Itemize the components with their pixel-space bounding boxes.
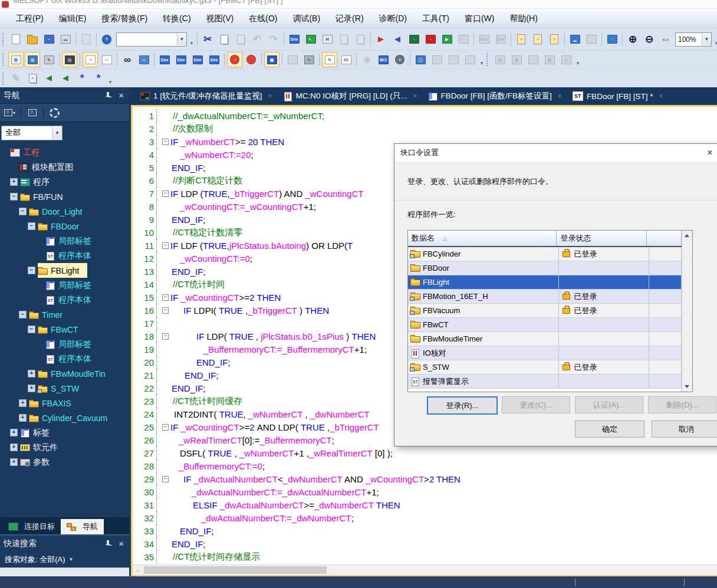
save-project-icon[interactable]: ▪	[41, 32, 57, 47]
code-line-29[interactable]: 29−IF _dwActualNumberCT<_dwNumberCT AND …	[133, 472, 717, 485]
code-line-27[interactable]: 27DSFL( TRUE , _wNumberCT+1 ,_wRealTimer…	[133, 446, 717, 459]
expand-icon[interactable]: +	[28, 370, 35, 377]
dialog-close-icon[interactable]: ×	[701, 144, 717, 162]
table-row-fbvacuum[interactable]: FBVacuum已登录	[408, 304, 682, 318]
pin-icon[interactable]	[105, 540, 111, 547]
cross-reference-icon[interactable]: ∞	[120, 52, 135, 67]
tree-item-fblight-program-body[interactable]: ST程序本体	[0, 293, 129, 307]
fold-collapse-icon[interactable]: −	[162, 476, 169, 482]
open-project-icon[interactable]	[25, 32, 40, 47]
expand-icon[interactable]: +	[19, 399, 27, 407]
cancel-button[interactable]: 取消	[652, 421, 717, 438]
doc-tab-io-verify[interactable]: MC:N0 IO核对 [PRG] [LD] (只...×	[278, 87, 423, 105]
quick-search-scope[interactable]: 搜索对象: 全部(A) ▼	[0, 551, 129, 567]
program-check-icon[interactable]: ▤	[264, 52, 279, 67]
code-line-28[interactable]: 28_BuffermemoryCT:=0;	[133, 459, 717, 472]
read-from-plc-icon[interactable]	[390, 32, 405, 47]
tree-item-fbdoor[interactable]: −FBDoor	[0, 219, 129, 234]
tree-item-parameter[interactable]: +参数	[0, 455, 129, 469]
find-window-icon[interactable]: ∞	[136, 52, 152, 67]
chevron-down-icon[interactable]: ▼	[69, 557, 74, 562]
quick-search-input[interactable]	[0, 567, 129, 577]
table-row-fbmotion-16et-h[interactable]: FBMotion_16ET_H已登录	[408, 290, 682, 304]
fold-collapse-icon[interactable]: −	[162, 424, 169, 431]
toolbar-overflow-button[interactable]: ▾	[478, 52, 485, 67]
device-comment-icon[interactable]: Dev	[287, 32, 302, 47]
tree-item-label[interactable]: +标签	[0, 425, 129, 440]
device-inspect-icon[interactable]: +	[392, 52, 407, 67]
toolbar-overflow-button[interactable]: ▾	[107, 71, 114, 86]
scrollbar-thumb[interactable]	[144, 566, 327, 574]
scroll-down-icon[interactable]	[685, 385, 689, 388]
tree-item-cylinder-cavuum[interactable]: +Cylinder_Cavuum	[0, 410, 129, 425]
code-line-34[interactable]: 34END_IF;	[133, 537, 717, 550]
io-verify-icon[interactable]: IO	[338, 52, 354, 67]
comment-display-icon[interactable]: ≡	[514, 32, 529, 47]
code-line-30[interactable]: 30_dwActualNumberCT:=_dwActualNumberCT+1…	[133, 485, 717, 498]
tab-close-icon[interactable]: ×	[268, 92, 272, 100]
scroll-left-icon[interactable]: ‹	[133, 567, 143, 574]
tree-item-timer[interactable]: −Timer	[0, 307, 129, 322]
code-line-32[interactable]: 32_dwActualNumberCT:=_dwNumberCT;	[133, 511, 717, 524]
table-row-fbcylinder[interactable]: FBCylinder已登录	[408, 247, 682, 261]
monitor-window-icon[interactable]: ▣	[25, 52, 40, 67]
tree-item-device[interactable]: +软元件	[0, 440, 129, 455]
fit-zoom-icon[interactable]: ⇔	[658, 32, 673, 47]
code-line-1[interactable]: 1//_dwActualNumberCT:=_wNumberCT;	[133, 109, 717, 122]
navigation-window-icon[interactable]: ⊟	[8, 52, 24, 67]
monitor-verify-icon[interactable]: ◦	[406, 32, 422, 47]
help-icon[interactable]: ?	[99, 32, 114, 47]
tab-close-icon[interactable]: ×	[558, 92, 562, 100]
device-list-icon[interactable]: Dev	[173, 52, 189, 67]
chevron-down-icon[interactable]: ▼	[52, 127, 62, 139]
collapse-icon[interactable]: −	[28, 267, 35, 274]
menu-item-4[interactable]: 转换(C)	[155, 9, 198, 27]
toolbar-grip[interactable]	[2, 72, 5, 85]
table-row-s-stw[interactable]: S_STW已登录	[408, 360, 682, 375]
tree-item-fbwct-program-body[interactable]: ST程序本体	[0, 352, 129, 366]
tree-filter-select[interactable]: 全部 ▼	[1, 126, 63, 140]
cut-icon[interactable]: ✂	[200, 32, 215, 47]
tree-item-program[interactable]: +程序	[0, 175, 129, 189]
ok-button[interactable]: 确定	[575, 421, 644, 438]
horizontal-scrollbar[interactable]: ‹	[133, 564, 717, 575]
monitor-start-icon[interactable]: ▶	[439, 32, 455, 47]
toolbar-overflow-button[interactable]: ▾	[574, 52, 581, 67]
expand-icon[interactable]: +	[10, 444, 18, 451]
expand-icon[interactable]: +	[28, 385, 35, 392]
table-row-fbwct[interactable]: FBwCT	[408, 318, 682, 332]
fold-collapse-icon[interactable]: −	[162, 139, 169, 145]
column-header-1[interactable]: 数据名△	[408, 231, 557, 246]
tree-item-fblight[interactable]: −FBLight	[0, 263, 129, 278]
table-row-io-verify[interactable]: IO核对	[408, 346, 682, 360]
expand-icon[interactable]: +	[19, 414, 27, 422]
expand-icon[interactable]: +	[10, 429, 18, 436]
menu-item-8[interactable]: 记录(R)	[328, 9, 371, 27]
tree-item-fb-fun[interactable]: −FB/FUN	[0, 189, 129, 204]
tree-display-button[interactable]: ▾	[2, 106, 17, 120]
table-row-alarm-popup[interactable]: ST报警弹窗显示	[408, 375, 682, 389]
code-line-33[interactable]: 33END_IF;	[133, 524, 717, 537]
device-replace-icon[interactable]: Dev	[190, 52, 205, 67]
doc-tab-fbdoor-labels[interactable]: FBDoor [FB] [函数/FB标签设置]×	[423, 87, 567, 105]
tree-item-fblight-local-label[interactable]: 局部标签	[0, 278, 129, 293]
column-header-3[interactable]	[647, 231, 682, 246]
quick-find-combo[interactable]: ▼	[116, 32, 187, 47]
menu-item-1[interactable]: 工程(P)	[8, 9, 51, 27]
gear-icon[interactable]	[47, 106, 62, 120]
register-button[interactable]: 登录(R)...	[427, 396, 498, 415]
tree-item-fbwct[interactable]: −FBwCT	[0, 322, 129, 337]
print-icon[interactable]: ▬	[58, 32, 73, 47]
new-project-icon[interactable]	[8, 32, 24, 47]
insert-row-below-icon[interactable]: *	[91, 71, 106, 86]
fold-collapse-icon[interactable]: −	[162, 333, 169, 340]
program-detail-list-icon[interactable]: ∷	[99, 52, 114, 67]
device-terminal-icon[interactable]: >_	[303, 32, 318, 47]
menu-item-10[interactable]: 工具(T)	[415, 9, 457, 27]
module-configuration-icon[interactable]: ▤	[62, 52, 77, 67]
program-list-icon[interactable]: ≡	[83, 52, 98, 67]
code-line-35[interactable]: 35//CT统计时间存储显示	[133, 550, 717, 563]
copy-icon[interactable]	[216, 32, 232, 47]
menu-item-9[interactable]: 诊断(D)	[371, 9, 415, 27]
tree-collapse-button[interactable]	[25, 106, 40, 120]
